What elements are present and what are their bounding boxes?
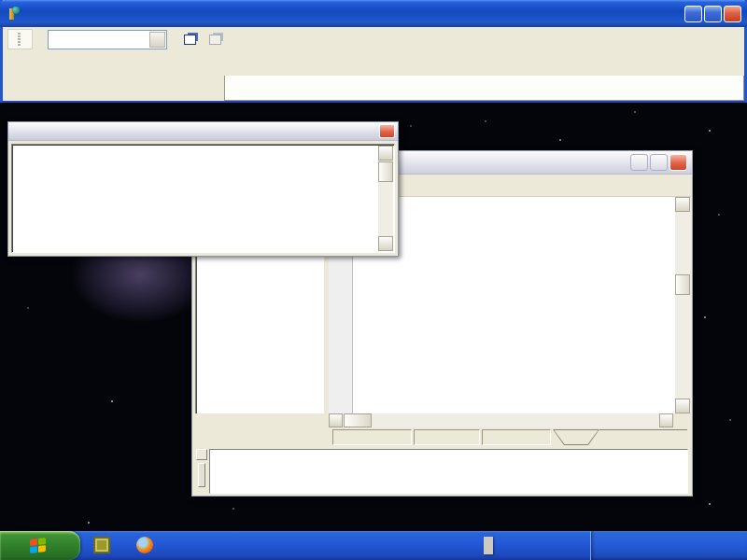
toolbar-grip-icon[interactable]: [18, 32, 21, 47]
save-desktop-icon: [184, 35, 196, 45]
system-tray: [590, 531, 747, 560]
scroll-right-icon[interactable]: [659, 413, 673, 427]
status-modified: [414, 429, 480, 445]
main-close-button[interactable]: [724, 6, 741, 22]
start-button[interactable]: [0, 531, 80, 560]
debug-toolbar: [3, 76, 227, 101]
component-palette-tabs: [224, 52, 744, 76]
message-panel-grab-handle[interactable]: [198, 463, 205, 487]
editor-maximize-button[interactable]: [650, 154, 668, 171]
desktop: [0, 0, 747, 560]
status-line-col: [332, 429, 412, 445]
scroll-up-icon[interactable]: [675, 197, 690, 212]
main-maximize-button[interactable]: [704, 6, 722, 22]
scroll-down-icon[interactable]: [378, 236, 393, 251]
message-list: [209, 449, 688, 494]
watch-list-body: [11, 144, 395, 253]
desktop-layout-combo[interactable]: [48, 30, 167, 49]
standard-toolbar: [3, 51, 227, 76]
watch-scrollbar[interactable]: [378, 146, 393, 251]
message-panel: [195, 448, 689, 495]
language-indicator[interactable]: [484, 537, 493, 554]
taskbar: [0, 531, 747, 560]
main-titlebar[interactable]: [0, 0, 747, 27]
scroll-up-icon[interactable]: [378, 146, 393, 161]
vscroll-thumb[interactable]: [675, 274, 690, 295]
watch-rows: [14, 147, 377, 250]
desktop-layout-buttons: [178, 30, 226, 49]
set-debug-desktop-icon: [209, 35, 221, 45]
set-debug-desktop-button[interactable]: [204, 30, 226, 49]
save-desktop-button[interactable]: [178, 30, 201, 49]
quicklaunch-outlook-icon[interactable]: [93, 537, 110, 553]
watch-list-titlebar[interactable]: [8, 122, 398, 141]
combo-dropdown-icon[interactable]: [149, 32, 165, 48]
tab-code[interactable]: [553, 429, 599, 445]
watch-scroll-thumb[interactable]: [378, 161, 393, 182]
code-area[interactable]: [353, 197, 675, 413]
delphi-main-window: [0, 0, 747, 103]
hscroll-thumb[interactable]: [344, 413, 372, 427]
editor-horizontal-scrollbar[interactable]: [329, 413, 673, 427]
windows-flag-icon: [30, 538, 46, 553]
editor-status-bar: [195, 428, 689, 446]
delphi-app-icon: [6, 7, 20, 21]
status-insert-mode: [482, 429, 551, 445]
quicklaunch-internet-explorer-icon[interactable]: [115, 537, 132, 553]
watch-list-window: [7, 121, 399, 257]
menu-bar: [7, 29, 33, 49]
message-panel-close-icon[interactable]: [196, 449, 207, 460]
code-tab-rule: [599, 429, 687, 430]
editor-close-button[interactable]: [669, 154, 687, 171]
main-minimize-button[interactable]: [684, 6, 702, 22]
editor-minimize-button[interactable]: [630, 154, 648, 171]
scroll-down-icon[interactable]: [675, 399, 690, 413]
editor-vertical-scrollbar[interactable]: [675, 197, 691, 413]
watch-list-close-button[interactable]: [379, 124, 395, 138]
menu-row: [3, 27, 744, 51]
quicklaunch-firefox-icon[interactable]: [136, 537, 153, 553]
scroll-left-icon[interactable]: [329, 413, 343, 427]
code-tab-label: [554, 430, 599, 444]
component-palette: [224, 76, 744, 101]
